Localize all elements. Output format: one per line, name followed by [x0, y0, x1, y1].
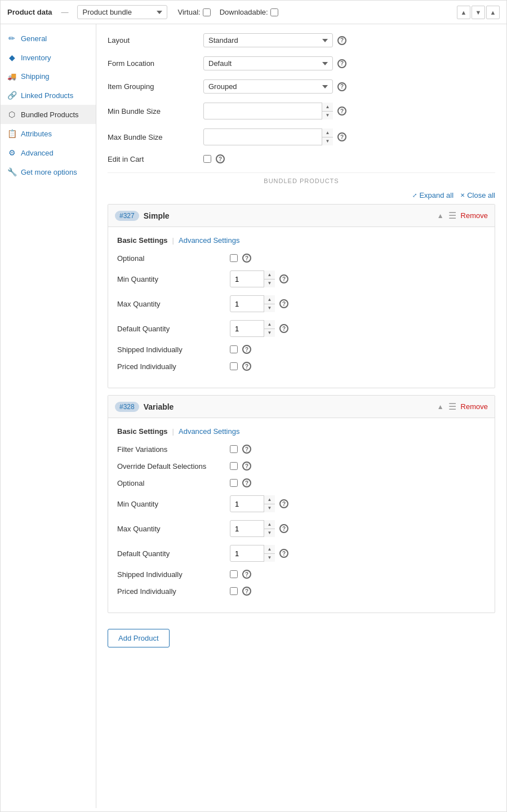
priced-individually-label-327: Priced Individually: [117, 362, 230, 371]
default-qty-up-328[interactable]: ▲: [264, 545, 275, 554]
min-bundle-size-up[interactable]: ▲: [322, 103, 333, 112]
sidebar-item-advanced[interactable]: ⚙ Advanced: [1, 143, 96, 162]
downloadable-label[interactable]: Downloadable:: [220, 8, 278, 16]
shipped-individually-field-327: ?: [230, 345, 251, 354]
max-qty-down-327[interactable]: ▼: [264, 304, 275, 313]
product-item-header-328: #328 Variable ▲ ☰ Remove: [108, 396, 495, 418]
shipped-individually-checkbox-328[interactable]: [230, 570, 238, 578]
layout-help-icon[interactable]: ?: [337, 36, 346, 45]
form-location-help-icon[interactable]: ?: [337, 59, 346, 68]
priced-individually-checkbox-328[interactable]: [230, 587, 238, 595]
product-item-actions-327: ▲ ☰ Remove: [437, 210, 488, 221]
sidebar-item-shipping[interactable]: 🚚 Shipping: [1, 67, 96, 86]
default-qty-up-327[interactable]: ▲: [264, 320, 275, 329]
drag-icon-328[interactable]: ☰: [448, 401, 456, 412]
product-type-select[interactable]: Product bundle Simple product Variable p…: [77, 5, 167, 19]
edit-in-cart-checkbox[interactable]: [203, 155, 211, 163]
sort-up-icon-328[interactable]: ▲: [437, 403, 444, 411]
override-default-row-328: Override Default Selections ?: [117, 462, 486, 471]
optional-checkbox-327[interactable]: [230, 254, 238, 262]
min-bundle-size-field: ▲ ▼ ?: [203, 103, 346, 119]
collapse-up-button[interactable]: ▲: [457, 6, 470, 19]
default-qty-down-328[interactable]: ▼: [264, 554, 275, 562]
close-all-button[interactable]: ✕ Close all: [460, 191, 495, 199]
min-qty-help-icon-327[interactable]: ?: [279, 274, 288, 283]
max-bundle-size-input[interactable]: [203, 128, 333, 145]
min-bundle-size-down[interactable]: ▼: [322, 112, 333, 120]
override-default-checkbox-328[interactable]: [230, 462, 238, 470]
link-icon: 🔗: [7, 91, 16, 100]
max-qty-help-icon-328[interactable]: ?: [279, 524, 288, 533]
optional-checkbox-328[interactable]: [230, 479, 238, 487]
default-qty-help-icon-328[interactable]: ?: [279, 549, 288, 558]
downloadable-checkbox[interactable]: [270, 8, 278, 16]
default-qty-help-icon-327[interactable]: ?: [279, 324, 288, 333]
max-bundle-size-help-icon[interactable]: ?: [337, 132, 346, 141]
dash-separator: —: [61, 8, 68, 16]
min-qty-down-328[interactable]: ▼: [264, 504, 275, 513]
filter-variations-checkbox-328[interactable]: [230, 445, 238, 453]
advanced-settings-tab-327[interactable]: Advanced Settings: [179, 236, 239, 245]
shipped-individually-help-icon-327[interactable]: ?: [242, 345, 251, 354]
item-grouping-help-icon[interactable]: ?: [337, 82, 346, 91]
min-qty-wrap-327: ▲ ▼: [230, 270, 275, 287]
expand-button[interactable]: ▲: [486, 6, 500, 19]
max-bundle-size-down[interactable]: ▼: [322, 137, 333, 146]
max-qty-help-icon-327[interactable]: ?: [279, 299, 288, 308]
shipped-individually-help-icon-328[interactable]: ?: [242, 570, 251, 579]
priced-individually-checkbox-327[interactable]: [230, 362, 238, 370]
sidebar-item-linked-products[interactable]: 🔗 Linked Products: [1, 86, 96, 105]
sidebar-item-inventory[interactable]: ◆ Inventory: [1, 48, 96, 67]
shipped-individually-checkbox-327[interactable]: [230, 345, 238, 353]
override-default-help-icon-328[interactable]: ?: [242, 462, 251, 471]
virtual-checkbox[interactable]: [203, 8, 211, 16]
min-bundle-size-help-icon[interactable]: ?: [337, 107, 346, 116]
layout-select[interactable]: Standard Tabular Grid: [203, 33, 333, 47]
item-grouping-label: Item Grouping: [108, 82, 203, 91]
filter-variations-help-icon-328[interactable]: ?: [242, 445, 251, 454]
layout-field: Standard Tabular Grid ?: [203, 33, 346, 47]
advanced-settings-tab-328[interactable]: Advanced Settings: [179, 427, 239, 436]
edit-in-cart-help-icon[interactable]: ?: [216, 154, 225, 163]
basic-settings-tab-328[interactable]: Basic Settings: [117, 427, 168, 436]
sort-up-icon-327[interactable]: ▲: [437, 212, 444, 220]
remove-button-328[interactable]: Remove: [461, 402, 488, 411]
max-qty-up-328[interactable]: ▲: [264, 520, 275, 529]
sidebar-item-bundled-products[interactable]: ⬡ Bundled Products: [1, 105, 96, 124]
override-default-field-328: ?: [230, 462, 251, 471]
min-bundle-size-wrap: ▲ ▼: [203, 103, 333, 119]
drag-icon-327[interactable]: ☰: [448, 210, 456, 221]
item-grouping-select[interactable]: Grouped None: [203, 79, 333, 94]
optional-help-icon-328[interactable]: ?: [242, 478, 251, 487]
min-qty-up-327[interactable]: ▲: [264, 270, 275, 279]
virtual-label[interactable]: Virtual:: [177, 8, 210, 16]
min-qty-down-327[interactable]: ▼: [264, 279, 275, 288]
sidebar-item-get-more-options[interactable]: 🔧 Get more options: [1, 162, 96, 181]
filter-variations-field-328: ?: [230, 445, 251, 454]
collapse-down-button[interactable]: ▼: [472, 6, 485, 19]
default-qty-down-327[interactable]: ▼: [264, 329, 275, 338]
max-bundle-size-up[interactable]: ▲: [322, 128, 333, 137]
max-qty-down-328[interactable]: ▼: [264, 529, 275, 538]
max-qty-up-327[interactable]: ▲: [264, 295, 275, 304]
edit-in-cart-label: Edit in Cart: [108, 155, 203, 163]
add-product-button[interactable]: Add Product: [108, 629, 170, 647]
basic-settings-tab-327[interactable]: Basic Settings: [117, 236, 168, 245]
min-qty-help-icon-328[interactable]: ?: [279, 499, 288, 508]
priced-individually-label-328: Priced Individually: [117, 587, 230, 596]
min-qty-field-328: ▲ ▼ ?: [230, 495, 288, 512]
priced-individually-help-icon-328[interactable]: ?: [242, 587, 251, 596]
optional-help-icon-327[interactable]: ?: [242, 254, 251, 263]
min-bundle-size-input[interactable]: [203, 103, 333, 119]
sidebar: ✏ General ◆ Inventory 🚚 Shipping 🔗 Linke…: [1, 24, 96, 808]
priced-individually-help-icon-327[interactable]: ?: [242, 362, 251, 371]
remove-button-327[interactable]: Remove: [461, 211, 488, 220]
expand-all-button[interactable]: ⤢ Expand all: [412, 191, 453, 199]
max-qty-wrap-328: ▲ ▼: [230, 520, 275, 537]
sidebar-item-general[interactable]: ✏ General: [1, 29, 96, 48]
sidebar-item-attributes[interactable]: 📋 Attributes: [1, 124, 96, 143]
product-data-label: Product data: [7, 8, 52, 16]
priced-individually-row-328: Priced Individually ?: [117, 587, 486, 596]
min-qty-up-328[interactable]: ▲: [264, 495, 275, 504]
form-location-select[interactable]: Default Before cart After cart: [203, 56, 333, 70]
